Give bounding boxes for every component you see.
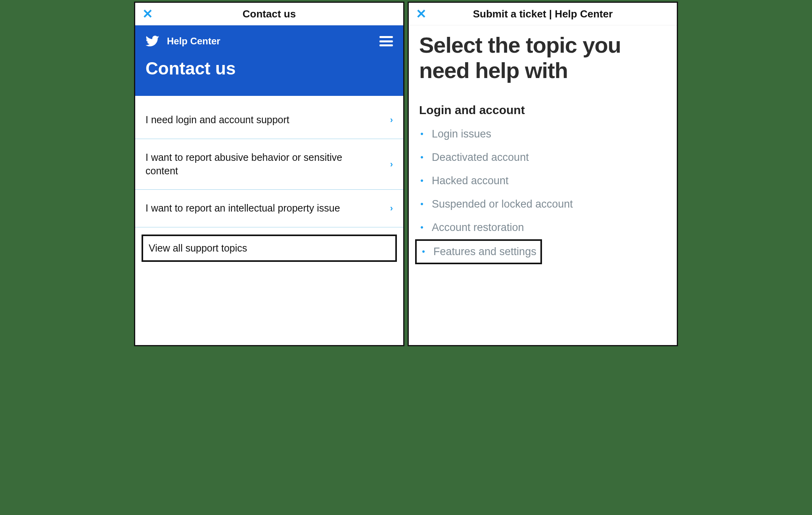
topic-hacked-account[interactable]: • Hacked account <box>419 169 666 193</box>
option-login-support[interactable]: I need login and account support › <box>135 101 403 139</box>
chevron-right-icon: › <box>390 159 393 170</box>
close-icon[interactable]: ✕ <box>416 8 427 20</box>
titlebar-title: Submit a ticket | Help Center <box>409 8 677 20</box>
topic-label: Suspended or locked account <box>432 198 573 210</box>
view-all-label: View all support topics <box>149 242 247 254</box>
topic-label: Features and settings <box>433 246 536 258</box>
section-title-login-account: Login and account <box>409 88 677 122</box>
select-topic-heading: Select the topic you need help with <box>409 25 677 88</box>
titlebar-right: ✕ Submit a ticket | Help Center <box>409 3 677 25</box>
bullet-icon: • <box>419 175 425 186</box>
page-heading: Contact us <box>146 59 393 78</box>
bullet-icon: • <box>419 222 425 233</box>
titlebar-left: ✕ Contact us <box>135 3 403 25</box>
bullet-icon: • <box>419 152 425 162</box>
topic-label: Login issues <box>432 128 491 140</box>
topic-suspended-locked[interactable]: • Suspended or locked account <box>419 193 666 216</box>
topic-deactivated-account[interactable]: • Deactivated account <box>419 146 666 169</box>
option-label: I want to report abusive behavior or sen… <box>146 151 360 178</box>
chevron-right-icon: › <box>390 115 393 125</box>
chevron-right-icon: › <box>390 203 393 214</box>
topic-login-issues[interactable]: • Login issues <box>419 122 666 146</box>
titlebar-title: Contact us <box>135 8 403 20</box>
close-icon[interactable]: ✕ <box>142 8 153 20</box>
topic-account-restoration[interactable]: • Account restoration <box>419 216 666 239</box>
topic-features-settings[interactable]: • Features and settings <box>421 244 536 259</box>
support-options-list: I need login and account support › I wan… <box>135 96 403 227</box>
topic-label: Hacked account <box>432 175 509 187</box>
help-center-header: Help Center Contact us <box>135 25 403 96</box>
topic-list: • Login issues • Deactivated account • H… <box>409 122 677 264</box>
hamburger-menu-icon[interactable] <box>379 36 393 46</box>
brand-label: Help Center <box>167 36 220 47</box>
option-report-abuse[interactable]: I want to report abusive behavior or sen… <box>135 139 403 190</box>
brand[interactable]: Help Center <box>146 34 220 48</box>
option-report-ip[interactable]: I want to report an intellectual propert… <box>135 190 403 227</box>
topic-features-settings-highlighted[interactable]: • Features and settings <box>415 239 542 264</box>
twitter-bird-icon <box>146 34 160 48</box>
option-label: I need login and account support <box>146 113 289 127</box>
topic-label: Account restoration <box>432 221 524 234</box>
contact-us-pane: ✕ Contact us Help Center Contact us I ne… <box>134 2 404 346</box>
bullet-icon: • <box>419 129 425 139</box>
bullet-icon: • <box>419 199 425 209</box>
topic-label: Deactivated account <box>432 151 529 164</box>
bullet-icon: • <box>421 246 426 257</box>
view-all-support-topics-button[interactable]: View all support topics <box>142 235 397 262</box>
submit-ticket-pane: ✕ Submit a ticket | Help Center Select t… <box>408 2 678 346</box>
option-label: I want to report an intellectual propert… <box>146 202 340 215</box>
